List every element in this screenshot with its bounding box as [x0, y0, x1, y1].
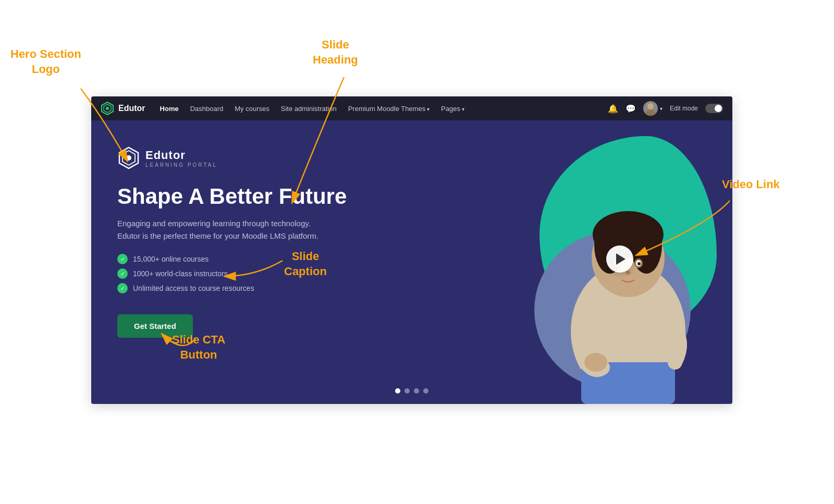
feature-text-2: 1000+ world-class instructors [133, 269, 228, 278]
hero-logo: Edutor LEARNING PORTAL [117, 146, 418, 169]
cta-button[interactable]: Get Started [117, 314, 193, 338]
person-svg [534, 154, 722, 404]
check-icon-1: ✓ [117, 254, 128, 264]
feature-item-1: ✓ 15,000+ online courses [117, 254, 418, 264]
svg-point-3 [106, 107, 109, 110]
hero-logo-subtitle: LEARNING PORTAL [145, 162, 217, 168]
svg-point-21 [626, 271, 631, 275]
slide-dot-2[interactable] [404, 388, 410, 394]
hero-logo-icon [117, 146, 140, 169]
feature-text-3: Unlimited access to course resources [133, 284, 254, 292]
svg-point-20 [637, 262, 641, 265]
slide-dots [395, 388, 428, 394]
nav-premium-themes[interactable]: Premium Moodle Themes [348, 105, 430, 113]
hero-left: Edutor LEARNING PORTAL Shape A Better Fu… [91, 120, 444, 404]
nav-my-courses[interactable]: My courses [235, 105, 269, 113]
navbar-brand[interactable]: Edutor [101, 102, 145, 115]
person-illustration [534, 154, 722, 404]
svg-point-4 [647, 103, 654, 109]
nav-home[interactable]: Home [160, 105, 179, 113]
edit-mode-label: Edit mode [670, 105, 698, 112]
avatar-chevron: ▾ [660, 106, 663, 112]
hero-logo-text: Edutor LEARNING PORTAL [145, 149, 217, 168]
hero-description: Engaging and empowering learning through… [117, 217, 347, 242]
play-triangle-icon [616, 253, 626, 265]
toggle-thumb [715, 105, 722, 112]
hero-logo-name: Edutor [145, 149, 217, 162]
brand-icon [101, 102, 114, 115]
slide-dot-1[interactable] [395, 388, 400, 394]
svg-point-22 [584, 353, 607, 372]
check-icon-3: ✓ [117, 283, 128, 293]
brand-name: Edutor [118, 104, 145, 113]
user-avatar-container[interactable]: ▾ [643, 101, 663, 116]
bell-icon[interactable]: 🔔 [608, 104, 618, 114]
navbar-right: 🔔 💬 ▾ Edit mode [608, 101, 723, 116]
annotation-hero-section-logo: Hero Section Logo [10, 47, 81, 77]
hero-right [444, 120, 733, 404]
feature-text-1: 15,000+ online courses [133, 255, 208, 263]
video-play-button[interactable] [606, 245, 633, 273]
browser-container: Edutor Home Dashboard My courses Site ad… [91, 96, 732, 404]
nav-dashboard[interactable]: Dashboard [190, 105, 224, 113]
svg-point-5 [645, 110, 656, 116]
nav-pages[interactable]: Pages [441, 105, 464, 113]
user-avatar [643, 101, 658, 116]
navbar: Edutor Home Dashboard My courses Site ad… [91, 96, 732, 120]
chat-icon[interactable]: 💬 [626, 104, 636, 114]
annotation-slide-heading: Slide Heading [313, 38, 358, 67]
slide-dot-4[interactable] [423, 388, 428, 394]
hero-features-list: ✓ 15,000+ online courses ✓ 1000+ world-c… [117, 254, 418, 298]
hero-section: Edutor LEARNING PORTAL Shape A Better Fu… [91, 120, 732, 404]
feature-item-2: ✓ 1000+ world-class instructors [117, 268, 418, 279]
hero-heading: Shape A Better Future [117, 184, 418, 209]
slide-dot-3[interactable] [414, 388, 419, 394]
nav-site-admin[interactable]: Site administration [281, 105, 337, 113]
edit-mode-toggle[interactable] [705, 104, 723, 113]
feature-item-3: ✓ Unlimited access to course resources [117, 283, 418, 293]
check-icon-2: ✓ [117, 268, 128, 279]
svg-point-8 [126, 155, 131, 161]
navbar-links: Home Dashboard My courses Site administr… [160, 105, 593, 113]
